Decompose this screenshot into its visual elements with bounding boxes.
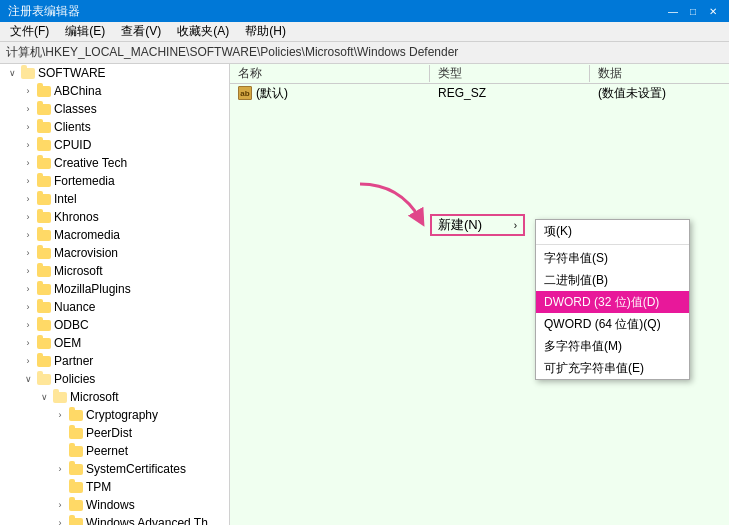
tree-item-software[interactable]: ∨ SOFTWARE (0, 64, 229, 82)
tree-item-macrovision[interactable]: › Macrovision (0, 244, 229, 262)
toggle-nuance: › (20, 298, 36, 316)
ctx-item-binary-label: 二进制值(B) (544, 272, 608, 289)
menu-bar: 文件(F) 编辑(E) 查看(V) 收藏夹(A) 帮助(H) (0, 22, 729, 42)
label-systemcerts: SystemCertificates (86, 462, 186, 476)
tree-item-systemcerts[interactable]: › SystemCertificates (0, 460, 229, 478)
folder-icon-peerdist (68, 425, 84, 441)
menu-favorites[interactable]: 收藏夹(A) (171, 21, 235, 42)
label-macromedia: Macromedia (54, 228, 120, 242)
toggle-cpuid: › (20, 136, 36, 154)
ctx-item-string[interactable]: 字符串值(S) (536, 247, 689, 269)
toggle-classes: › (20, 100, 36, 118)
label-mozillaplugins: MozillaPlugins (54, 282, 131, 296)
toggle-policies: ∨ (20, 370, 36, 388)
toggle-khronos: › (20, 208, 36, 226)
tree-item-cryptography[interactable]: › Cryptography (0, 406, 229, 424)
folder-icon-odbc (36, 317, 52, 333)
toggle-clients: › (20, 118, 36, 136)
main-area: ∨ SOFTWARE › ABChina › Classes › Clients… (0, 64, 729, 525)
tree-item-windows[interactable]: › Windows (0, 496, 229, 514)
label-intel: Intel (54, 192, 77, 206)
tree-item-intel[interactable]: › Intel (0, 190, 229, 208)
ctx-item-xiang-label: 项(K) (544, 223, 572, 240)
tree-item-cpuid[interactable]: › CPUID (0, 136, 229, 154)
ctx-item-string-label: 字符串值(S) (544, 250, 608, 267)
ctx-item-dword[interactable]: DWORD (32 位)值(D) (536, 291, 689, 313)
folder-icon-cpuid (36, 137, 52, 153)
toggle-peerdist (52, 424, 68, 442)
tree-item-nuance[interactable]: › Nuance (0, 298, 229, 316)
address-bar-path: 计算机\HKEY_LOCAL_MACHINE\SOFTWARE\Policies… (6, 44, 458, 61)
reg-value-icon: ab (238, 86, 252, 100)
toggle-fortemedia: › (20, 172, 36, 190)
tree-item-peerdist[interactable]: PeerDist (0, 424, 229, 442)
folder-icon-intel (36, 191, 52, 207)
minimize-button[interactable]: — (665, 3, 681, 19)
th-data: 数据 (590, 65, 729, 82)
label-khronos: Khronos (54, 210, 99, 224)
toggle-macrovision: › (20, 244, 36, 262)
toggle-pol-microsoft: ∨ (36, 388, 52, 406)
tree-item-fortemedia[interactable]: › Fortemedia (0, 172, 229, 190)
toggle-tpm (52, 478, 68, 496)
close-button[interactable]: ✕ (705, 3, 721, 19)
tree-panel: ∨ SOFTWARE › ABChina › Classes › Clients… (0, 64, 230, 525)
label-peernet: Peernet (86, 444, 128, 458)
table-header: 名称 类型 数据 (230, 64, 729, 84)
menu-edit[interactable]: 编辑(E) (59, 21, 111, 42)
folder-icon-creativetech (36, 155, 52, 171)
tree-item-oem[interactable]: › OEM (0, 334, 229, 352)
folder-icon-macromedia (36, 227, 52, 243)
menu-file[interactable]: 文件(F) (4, 21, 55, 42)
ctx-item-multi-label: 多字符串值(M) (544, 338, 622, 355)
new-button[interactable]: 新建(N) › (430, 214, 525, 236)
ctx-item-xiang[interactable]: 项(K) (536, 220, 689, 242)
label-clients: Clients (54, 120, 91, 134)
tree-item-classes[interactable]: › Classes (0, 100, 229, 118)
th-type: 类型 (430, 65, 590, 82)
menu-view[interactable]: 查看(V) (115, 21, 167, 42)
tree-item-peernet[interactable]: Peernet (0, 442, 229, 460)
title-bar-controls: — □ ✕ (665, 3, 721, 19)
toggle-microsoft: › (20, 262, 36, 280)
new-button-label: 新建(N) (438, 216, 482, 234)
folder-icon-partner (36, 353, 52, 369)
label-windowsadvanced: Windows Advanced Th... (86, 516, 218, 525)
tree-item-policies[interactable]: ∨ Policies (0, 370, 229, 388)
tree-item-windowsadvanced[interactable]: › Windows Advanced Th... (0, 514, 229, 525)
tree-item-pol-microsoft[interactable]: ∨ Microsoft (0, 388, 229, 406)
ctx-item-expand[interactable]: 可扩充字符串值(E) (536, 357, 689, 379)
folder-icon-macrovision (36, 245, 52, 261)
tree-item-creativetech[interactable]: › Creative Tech (0, 154, 229, 172)
label-creativetech: Creative Tech (54, 156, 127, 170)
folder-icon-classes (36, 101, 52, 117)
tree-item-macromedia[interactable]: › Macromedia (0, 226, 229, 244)
tree-item-microsoft[interactable]: › Microsoft (0, 262, 229, 280)
folder-icon-mozillaplugins (36, 281, 52, 297)
label-tpm: TPM (86, 480, 111, 494)
label-classes: Classes (54, 102, 97, 116)
label-partner: Partner (54, 354, 93, 368)
maximize-button[interactable]: □ (685, 3, 701, 19)
label-oem: OEM (54, 336, 81, 350)
td-type: REG_SZ (430, 86, 590, 100)
ctx-item-binary[interactable]: 二进制值(B) (536, 269, 689, 291)
folder-icon-abchina (36, 83, 52, 99)
title-bar-text: 注册表编辑器 (8, 3, 80, 20)
ctx-divider (536, 244, 689, 245)
menu-help[interactable]: 帮助(H) (239, 21, 292, 42)
tree-item-khronos[interactable]: › Khronos (0, 208, 229, 226)
tree-item-abchina[interactable]: › ABChina (0, 82, 229, 100)
new-button-arrow: › (514, 220, 517, 231)
tree-item-partner[interactable]: › Partner (0, 352, 229, 370)
tree-item-tpm[interactable]: TPM (0, 478, 229, 496)
tree-item-odbc[interactable]: › ODBC (0, 316, 229, 334)
ctx-item-qword[interactable]: QWORD (64 位值)(Q) (536, 313, 689, 335)
table-row[interactable]: ab (默认) REG_SZ (数值未设置) (230, 84, 729, 102)
toggle-oem: › (20, 334, 36, 352)
ctx-item-multi[interactable]: 多字符串值(M) (536, 335, 689, 357)
label-cpuid: CPUID (54, 138, 91, 152)
label-nuance: Nuance (54, 300, 95, 314)
tree-item-mozillaplugins[interactable]: › MozillaPlugins (0, 280, 229, 298)
tree-item-clients[interactable]: › Clients (0, 118, 229, 136)
